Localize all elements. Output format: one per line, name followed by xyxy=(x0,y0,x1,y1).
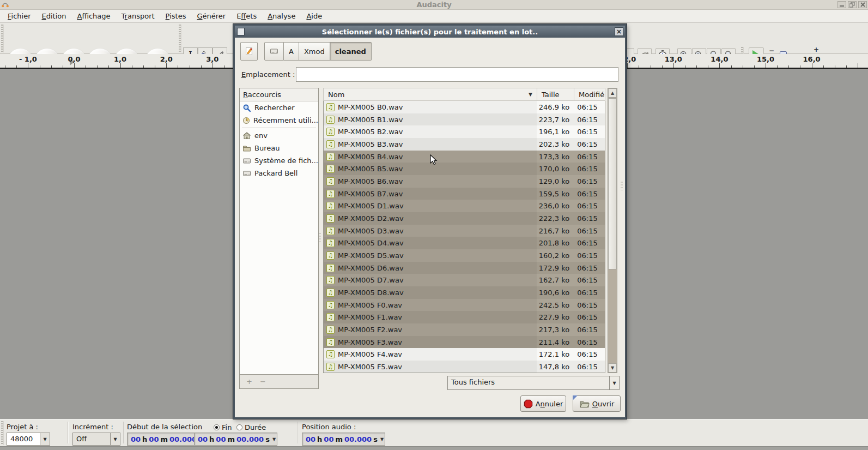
scroll-up-icon[interactable]: ▲ xyxy=(608,88,617,98)
file-row[interactable]: ♫MP-XM005 B7.wav159,5 ko06:15 xyxy=(324,188,605,200)
file-row[interactable]: ♫MP-XM005 B6.wav129,0 ko06:15 xyxy=(324,175,605,188)
combo-arrow-icon: ▼ xyxy=(272,437,276,442)
file-row[interactable]: ♫MP-XM005 B4.wav173,3 ko06:15 xyxy=(324,151,605,163)
ruler-label: 15,0 xyxy=(757,55,774,63)
file-row[interactable]: ♫MP-XM005 D6.wav172,9 ko06:15 xyxy=(324,262,605,274)
tools-toolbar-grip[interactable] xyxy=(179,25,181,52)
file-row[interactable]: ♫MP-XM005 D7.wav162,7 ko06:15 xyxy=(324,274,605,286)
sidebar-item-rechercher[interactable]: Rechercher xyxy=(240,101,318,114)
file-row[interactable]: ♫MP-XM005 F3.wav211,4 ko06:15 xyxy=(324,336,605,349)
dialog-titlebar[interactable]: Sélectionner le(s) fichier(s) pour le tr… xyxy=(235,26,625,38)
sidebar-item-bureau[interactable]: Bureau xyxy=(240,142,318,154)
location-input[interactable] xyxy=(296,67,618,82)
menu-transport[interactable]: Transport xyxy=(116,10,160,22)
transport-toolbar-grip[interactable] xyxy=(1,25,4,52)
file-row[interactable]: ♫MP-XM005 B0.wav246,9 ko06:15 xyxy=(324,101,605,113)
scroll-down-icon[interactable]: ▼ xyxy=(608,363,617,373)
file-row[interactable]: ♫MP-XM005 D4.wav201,8 ko06:15 xyxy=(324,237,605,249)
places-sidebar: Raccourcis RechercherRécemment utili...e… xyxy=(239,88,319,375)
breadcrumb-drive[interactable] xyxy=(264,42,284,61)
pane-resize-grip[interactable] xyxy=(621,182,623,190)
file-row[interactable]: ♫MP-XM005 B3.wav202,3 ko06:15 xyxy=(324,138,605,151)
file-row[interactable]: ♫MP-XM005 D5.wav160,2 ko06:15 xyxy=(324,249,605,262)
close-button[interactable] xyxy=(858,1,867,8)
file-row[interactable]: ♫MP-XM005 B1.wav223,7 ko06:15 xyxy=(324,113,605,126)
scrollbar-thumb[interactable] xyxy=(608,98,617,269)
remove-place-button[interactable]: − xyxy=(260,377,266,386)
cancel-button[interactable]: Annuler xyxy=(520,395,566,412)
menu-edition[interactable]: Edition xyxy=(37,10,72,22)
menu-fichier[interactable]: Fichier xyxy=(2,10,37,22)
open-folder-icon xyxy=(579,399,590,409)
list-header: Nom ▼ Taille Modifié xyxy=(323,88,605,101)
drive-icon xyxy=(242,169,251,178)
file-row[interactable]: ♫MP-XM005 D1.wav236,0 ko06:15 xyxy=(324,200,605,212)
audio-position-time[interactable]: 00h00m00.000s▼ xyxy=(302,433,385,446)
type-filename-button[interactable] xyxy=(240,42,258,61)
menu-effets[interactable]: Effets xyxy=(231,10,262,22)
menu-affichage[interactable]: Affichage xyxy=(71,10,116,22)
restore-button[interactable] xyxy=(848,1,857,8)
radio-end[interactable]: Fin xyxy=(214,423,232,431)
column-header-modified[interactable]: Modifié xyxy=(574,88,605,101)
music-note-icon: ♫ xyxy=(326,313,335,321)
dialog-title: Sélectionner le(s) fichier(s) pour le tr… xyxy=(235,28,625,36)
sidebar-item-packard-bell[interactable]: Packard Bell xyxy=(240,167,318,179)
column-header-name[interactable]: Nom ▼ xyxy=(323,88,537,101)
music-note-icon: ♫ xyxy=(326,276,335,284)
window-titlebar: Audacity xyxy=(0,0,868,10)
combo-arrow-icon: ▼ xyxy=(40,433,50,445)
speed-slider-plus: + xyxy=(814,46,819,53)
music-note-icon: ♫ xyxy=(326,190,335,198)
breadcrumb-a[interactable]: A xyxy=(284,42,299,61)
pane-resize-grip[interactable] xyxy=(319,233,321,242)
file-row[interactable]: ♫MP-XM005 F0.wav242,5 ko06:15 xyxy=(324,299,605,311)
snap-combo[interactable]: Off ▼ xyxy=(72,433,120,446)
status-bar xyxy=(0,446,868,450)
column-header-size[interactable]: Taille xyxy=(537,88,574,101)
file-row[interactable]: ♫MP-XM005 B2.wav196,1 ko06:15 xyxy=(324,125,605,138)
music-note-icon: ♫ xyxy=(326,177,335,185)
open-button[interactable]: Ouvrir xyxy=(573,395,621,412)
music-note-icon: ♫ xyxy=(326,140,335,148)
menu-aide[interactable]: Aide xyxy=(301,10,327,22)
music-note-icon: ♫ xyxy=(326,214,335,223)
music-note-icon: ♫ xyxy=(326,289,335,297)
filter-combo[interactable]: Tous fichiers ▼ xyxy=(447,376,620,390)
file-row[interactable]: ♫MP-XM005 B5.wav170,0 ko06:15 xyxy=(324,163,605,175)
add-place-button[interactable]: + xyxy=(246,377,252,386)
dialog-window-icon xyxy=(237,28,245,35)
file-row[interactable]: ♫MP-XM005 D2.wav222,3 ko06:15 xyxy=(324,212,605,225)
menu-analyse[interactable]: Analyse xyxy=(262,10,301,22)
music-note-icon: ♫ xyxy=(326,202,335,210)
file-list-scrollbar[interactable]: ▲ ▼ xyxy=(608,88,617,373)
minimize-button[interactable] xyxy=(837,1,846,8)
ruler-label: 13,0 xyxy=(665,55,682,63)
selection-end-time[interactable]: 00h00m00.000s▼ xyxy=(194,433,277,446)
selection-toolbar: Projet à : 48000 ▼ Incrément : Off ▼ Déb… xyxy=(0,419,868,446)
sidebar-item-env[interactable]: env xyxy=(240,129,318,142)
file-row[interactable]: ♫MP-XM005 F4.wav172,1 ko06:15 xyxy=(324,348,605,361)
dialog-close-icon[interactable]: × xyxy=(615,27,623,36)
breadcrumb-cleaned[interactable]: cleaned xyxy=(330,42,372,61)
file-row[interactable]: ♫MP-XM005 F5.wav147,8 ko06:15 xyxy=(324,361,605,373)
places-header[interactable]: Raccourcis xyxy=(240,88,318,101)
menu-generer[interactable]: Générer xyxy=(191,10,231,22)
menu-pistes[interactable]: Pistes xyxy=(160,10,192,22)
ruler-label: 1,0 xyxy=(114,55,126,63)
radio-end-dot xyxy=(214,424,220,430)
folder-icon xyxy=(242,144,251,153)
file-row[interactable]: ♫MP-XM005 D8.wav190,6 ko06:15 xyxy=(324,286,605,299)
sidebar-item-syst-me-de-fich[interactable]: Système de fich... xyxy=(240,154,318,167)
menu-bar: FichierEditionAffichageTransportPistesGé… xyxy=(0,10,868,23)
selection-toolbar-grip[interactable] xyxy=(1,421,4,445)
project-rate-combo[interactable]: 48000 ▼ xyxy=(7,433,50,446)
sidebar-item-r-cemment-utili[interactable]: Récemment utili... xyxy=(240,114,318,127)
file-row[interactable]: ♫MP-XM005 D3.wav216,7 ko06:15 xyxy=(324,225,605,237)
drive-icon xyxy=(270,47,278,56)
file-row[interactable]: ♫MP-XM005 F1.wav227,9 ko06:15 xyxy=(324,311,605,323)
pencil-paper-icon xyxy=(245,45,253,57)
breadcrumb-xmod[interactable]: Xmod xyxy=(299,42,330,61)
radio-duration[interactable]: Durée xyxy=(236,423,266,431)
file-row[interactable]: ♫MP-XM005 F2.wav217,3 ko06:15 xyxy=(324,323,605,336)
